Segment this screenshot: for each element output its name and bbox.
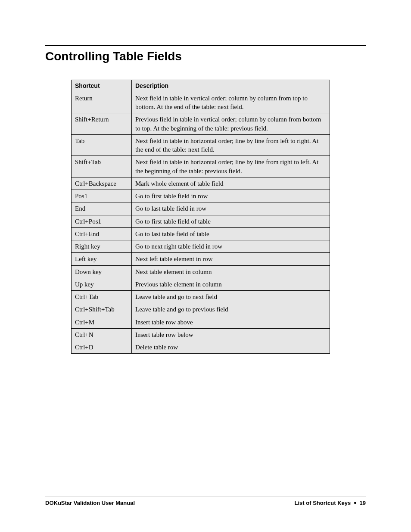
cell-shortcut: Return: [72, 92, 132, 113]
table-row: Ctrl+DDelete table row: [72, 341, 330, 354]
cell-description: Previous field in table in vertical orde…: [132, 113, 330, 135]
cell-description: Next field in table in horizontal order;…: [132, 134, 330, 156]
cell-description: Previous table element in column: [132, 278, 330, 290]
cell-shortcut: Ctrl+End: [72, 227, 132, 240]
table-row: Down keyNext table element in column: [72, 265, 330, 278]
cell-shortcut: Ctrl+Backspace: [72, 177, 132, 190]
cell-shortcut: Shift+Return: [72, 113, 132, 135]
footer-right: List of Shortcut Keys 19: [295, 500, 366, 506]
cell-shortcut: Ctrl+M: [72, 316, 132, 328]
footer-left: DOKuStar Validation User Manual: [45, 500, 135, 506]
table-row: Right keyGo to next right table field in…: [72, 240, 330, 253]
table-row: Ctrl+BackspaceMark whole element of tabl…: [72, 177, 330, 190]
cell-description: Leave table and go to previous field: [132, 303, 330, 316]
cell-description: Insert table row above: [132, 316, 330, 328]
cell-shortcut: Pos1: [72, 190, 132, 202]
cell-description: Go to first table field in row: [132, 190, 330, 202]
table-row: Ctrl+TabLeave table and go to next field: [72, 291, 330, 303]
cell-description: Next field in table in vertical order; c…: [132, 92, 330, 113]
cell-description: Next field in table in horizontal order;…: [132, 156, 330, 177]
cell-description: Delete table row: [132, 341, 330, 354]
cell-description: Go to last table field of table: [132, 227, 330, 240]
cell-shortcut: End: [72, 202, 132, 215]
section-title: Controlling Table Fields: [45, 50, 366, 63]
cell-shortcut: Ctrl+Shift+Tab: [72, 303, 132, 316]
table-container: Shortcut Description ReturnNext field in…: [45, 80, 366, 354]
cell-shortcut: Tab: [72, 134, 132, 156]
cell-shortcut: Left key: [72, 253, 132, 265]
cell-description: Go to last table field in row: [132, 202, 330, 215]
page-footer: DOKuStar Validation User Manual List of …: [45, 497, 366, 506]
cell-shortcut: Ctrl+D: [72, 341, 132, 354]
table-row: Ctrl+Shift+TabLeave table and go to prev…: [72, 303, 330, 316]
page-number: 19: [360, 500, 366, 506]
table-row: Shift+TabNext field in table in horizont…: [72, 156, 330, 177]
cell-shortcut: Right key: [72, 240, 132, 253]
table-row: Ctrl+MInsert table row above: [72, 316, 330, 328]
cell-shortcut: Ctrl+Tab: [72, 291, 132, 303]
table-row: Ctrl+EndGo to last table field of table: [72, 227, 330, 240]
cell-shortcut: Ctrl+N: [72, 328, 132, 341]
cell-description: Go to next right table field in row: [132, 240, 330, 253]
footer-right-label: List of Shortcut Keys: [295, 500, 351, 506]
table-row: Ctrl+NInsert table row below: [72, 328, 330, 341]
table-row: Pos1Go to first table field in row: [72, 190, 330, 202]
table-row: Shift+ReturnPrevious field in table in v…: [72, 113, 330, 135]
table-row: Up keyPrevious table element in column: [72, 278, 330, 290]
table-row: ReturnNext field in table in vertical or…: [72, 92, 330, 113]
cell-description: Go to first table field of table: [132, 215, 330, 227]
bullet-icon: [354, 502, 356, 504]
cell-description: Insert table row below: [132, 328, 330, 341]
cell-shortcut: Down key: [72, 265, 132, 278]
cell-shortcut: Shift+Tab: [72, 156, 132, 177]
table-row: TabNext field in table in horizontal ord…: [72, 134, 330, 156]
footer-rule: [45, 497, 366, 497]
cell-description: Next left table element in row: [132, 253, 330, 265]
cell-description: Mark whole element of table field: [132, 177, 330, 190]
cell-shortcut: Ctrl+Pos1: [72, 215, 132, 227]
header-description: Description: [132, 80, 330, 92]
document-page: Controlling Table Fields Shortcut Descri…: [0, 0, 411, 532]
table-row: EndGo to last table field in row: [72, 202, 330, 215]
table-row: Ctrl+Pos1Go to first table field of tabl…: [72, 215, 330, 227]
cell-description: Leave table and go to next field: [132, 291, 330, 303]
section-top-rule: [45, 45, 366, 46]
header-shortcut: Shortcut: [72, 80, 132, 92]
table-header-row: Shortcut Description: [72, 80, 330, 92]
table-row: Left keyNext left table element in row: [72, 253, 330, 265]
cell-description: Next table element in column: [132, 265, 330, 278]
shortcuts-table: Shortcut Description ReturnNext field in…: [71, 80, 330, 354]
cell-shortcut: Up key: [72, 278, 132, 290]
